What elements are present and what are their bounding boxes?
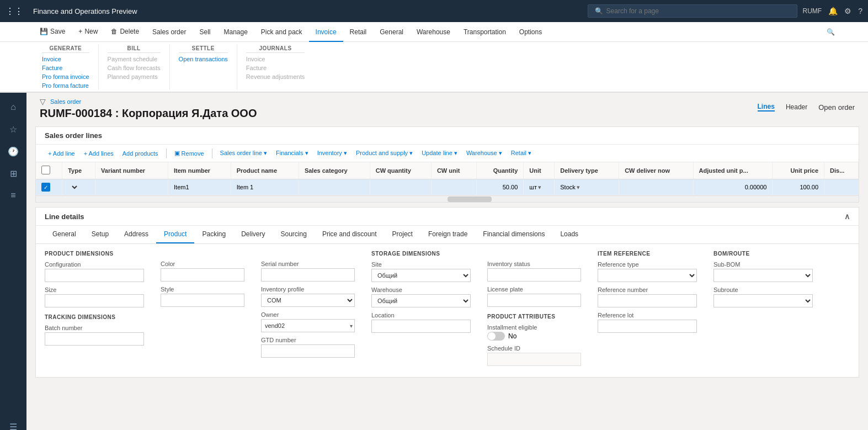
delete-button[interactable]: 🗑 Delete [104,22,146,42]
subroute-select[interactable] [713,294,813,307]
col-dis[interactable]: Dis... [824,162,859,179]
tab-detail-general[interactable]: General [45,226,84,243]
inventory-button[interactable]: Inventory ▾ [314,148,350,158]
size-input[interactable] [45,294,144,307]
filter-icon[interactable]: ▽ [40,97,46,106]
tab-detail-foreign-trade[interactable]: Foreign trade [420,226,475,243]
notification-icon[interactable]: 🔔 [828,7,838,15]
scrollbar-thumb[interactable] [448,197,492,202]
col-unit[interactable]: Unit [524,162,555,179]
color-input[interactable] [161,268,244,282]
add-products-button[interactable]: Add products [119,148,162,158]
warehouse-select[interactable]: Общий [371,294,471,307]
horizontal-scrollbar[interactable] [36,195,859,202]
new-button[interactable]: + New [72,22,104,42]
col-adjusted-unit-p[interactable]: Adjusted unit p... [693,162,773,179]
tab-invoice[interactable]: Invoice [309,22,343,42]
ribbon-item-pro-forma-invoice[interactable]: Pro forma invoice [42,73,89,81]
tab-sell[interactable]: Sell [193,22,217,42]
tab-retail[interactable]: Retail [343,22,374,42]
col-item-number[interactable]: Item number [168,162,231,179]
sidebar-clock-icon[interactable]: 🕐 [3,141,23,161]
remove-button[interactable]: ▣ Remove [171,148,207,158]
ribbon-item-journal-facture[interactable]: Facture [246,64,305,72]
warehouse-button[interactable]: Warehouse ▾ [463,148,505,158]
search-bar[interactable]: 🔍 [588,4,797,18]
add-lines-button[interactable]: + Add lines [81,148,117,158]
col-cw-quantity[interactable]: CW quantity [370,162,431,179]
inventory-profile-select[interactable]: COM [261,294,355,307]
col-variant-number[interactable]: Variant number [95,162,168,179]
financials-button[interactable]: Financials ▾ [273,148,312,158]
row-unit-dropdown-icon[interactable]: ▾ [538,184,541,191]
reference-type-select[interactable] [598,269,697,282]
row-delivery-type-dropdown-icon[interactable]: ▾ [577,184,580,191]
tab-options[interactable]: Options [513,22,549,42]
col-unit-price[interactable]: Unit price [773,162,824,179]
gtd-number-input[interactable] [261,344,355,358]
update-line-button[interactable]: Update line ▾ [418,148,461,158]
tab-detail-project[interactable]: Project [385,226,420,243]
collapse-icon[interactable]: ∧ [844,212,850,221]
ribbon-item-journal-revenue[interactable]: Revenue adjustments [246,73,305,81]
installment-eligible-toggle[interactable] [487,332,505,341]
add-line-button[interactable]: + Add line [45,148,78,158]
owner-dropdown-icon[interactable]: ▾ [350,323,353,329]
col-sales-category[interactable]: Sales category [299,162,370,179]
owner-input[interactable] [261,319,355,332]
sub-bom-select[interactable] [713,269,813,282]
tab-detail-packing[interactable]: Packing [194,226,233,243]
tab-manage[interactable]: Manage [217,22,254,42]
ribbon-item-open-transactions[interactable]: Open transactions [179,55,228,63]
tab-detail-product[interactable]: Product [156,226,194,243]
location-input[interactable] [371,320,471,333]
ribbon-item-planned-payments[interactable]: Planned payments [108,73,161,81]
tab-detail-delivery[interactable]: Delivery [233,226,273,243]
style-input[interactable] [161,294,244,307]
tab-detail-price-and-discount[interactable]: Price and discount [315,226,385,243]
sidebar-grid-icon[interactable]: ⊞ [3,163,23,183]
view-header[interactable]: Header [786,103,807,111]
reference-number-input[interactable] [598,294,697,307]
col-delivery-type[interactable]: Delivery type [555,162,619,179]
reference-lot-input[interactable] [598,320,697,333]
tab-transportation[interactable]: Transportation [457,22,513,42]
table-row[interactable]: ✓ Item1 Item 1 [36,179,859,195]
configuration-input[interactable] [45,269,144,282]
ribbon-item-invoice[interactable]: Invoice [42,55,89,63]
col-product-name[interactable]: Product name [231,162,299,179]
serial-number-input[interactable] [261,268,355,282]
ribbon-item-pro-forma-facture[interactable]: Pro forma facture [42,82,89,89]
breadcrumb[interactable]: Sales order [50,98,81,105]
view-lines[interactable]: Lines [758,103,775,112]
grid-scroll-area[interactable]: Type Variant number Item number Product … [36,162,859,195]
settings-icon[interactable]: ⚙ [844,7,851,15]
batch-number-input[interactable] [45,332,144,346]
select-all-checkbox[interactable] [41,166,50,174]
sidebar-star-icon[interactable]: ☆ [3,119,23,139]
col-cw-unit[interactable]: CW unit [431,162,476,179]
col-quantity[interactable]: Quantity [476,162,524,179]
row-type-select[interactable] [68,183,79,191]
tab-sales-order[interactable]: Sales order [146,22,193,42]
product-and-supply-button[interactable]: Product and supply ▾ [353,148,416,158]
tab-detail-address[interactable]: Address [116,226,156,243]
search-input[interactable] [606,7,790,15]
tab-general[interactable]: General [373,22,410,42]
inventory-status-input[interactable] [487,268,581,282]
license-plate-input[interactable] [487,294,581,307]
tab-warehouse[interactable]: Warehouse [410,22,457,42]
tab-detail-financial-dimensions[interactable]: Financial dimensions [475,226,552,243]
view-open-order[interactable]: Open order [818,103,855,112]
tab-pick-and-pack[interactable]: Pick and pack [254,22,309,42]
ribbon-item-facture[interactable]: Facture [42,64,89,72]
ribbon-item-journal-invoice[interactable]: Invoice [246,55,305,63]
retail-toolbar-button[interactable]: Retail ▾ [508,148,535,158]
tab-detail-setup[interactable]: Setup [84,226,116,243]
tab-detail-loads[interactable]: Loads [552,226,586,243]
ribbon-search-icon[interactable]: 🔍 [827,28,835,36]
help-icon[interactable]: ? [858,7,862,15]
sales-order-line-button[interactable]: Sales order line ▾ [217,148,271,158]
site-select[interactable]: Общий [371,269,471,282]
ribbon-item-cashflow[interactable]: Cash flow forecasts [108,64,161,72]
